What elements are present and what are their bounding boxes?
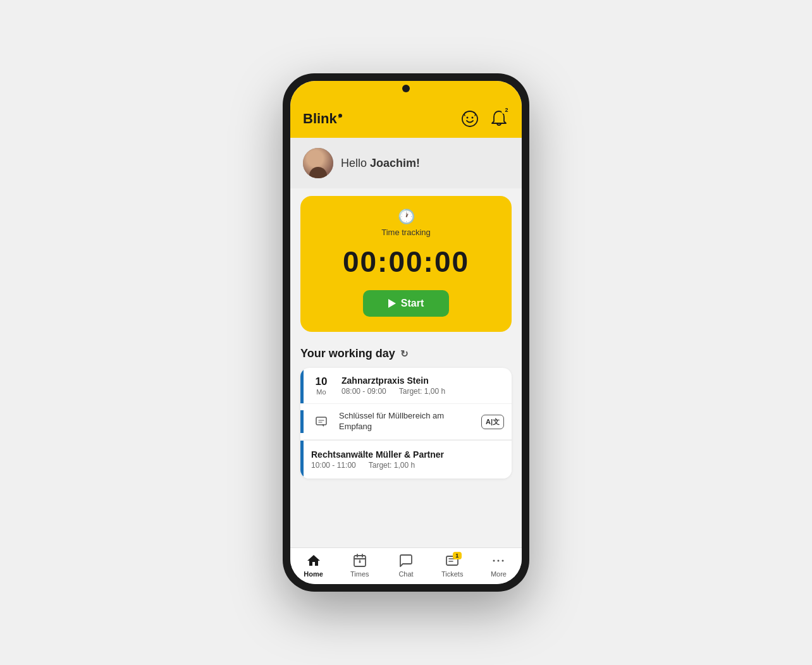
nav-more[interactable]: More [476,553,522,578]
svg-point-2 [472,117,474,119]
date-number: 10 [316,375,328,388]
schedule-info-1: Zahnarztpraxis Stein 08:00 - 09:00 Targe… [339,368,512,403]
phone-frame: Blink. [283,73,529,592]
nav-chat[interactable]: Chat [383,553,429,578]
schedule-info-2: Rechtsanwälte Müller & Partner 10:00 - 1… [304,441,512,479]
svg-rect-3 [316,417,326,425]
nav-tickets-label: Tickets [441,570,463,578]
svg-point-8 [498,560,500,562]
schedule-card: 10 Mo Zahnarztpraxis Stein 08:00 - 09:00… [300,368,512,479]
schedule-time-2: 10:00 - 11:00 Target: 1,00 h [311,461,504,470]
smiley-icon[interactable] [460,109,480,129]
message-subitem-bar [300,410,304,433]
chat-icon [398,553,414,568]
message-subitem: Schlüssel für Müllbereich am Empfang A|文 [300,404,512,440]
greeting-section: Hello Joachim! [290,138,522,188]
main-content: Hello Joachim! 🕐 Time tracking 00:00:00 … [290,138,522,547]
svg-point-1 [467,117,469,119]
nav-times[interactable]: Times [336,553,383,578]
phone-screen: Blink. [290,81,522,584]
app-header: Blink. [290,104,522,138]
time-display: 00:00:00 [311,245,501,279]
refresh-icon[interactable]: ↻ [400,348,409,360]
notification-badge: 2 [501,106,512,114]
nav-chat-label: Chat [398,570,413,578]
nav-home[interactable]: Home [290,553,336,578]
status-bar [290,81,522,104]
spacer [300,479,512,489]
greeting-text: Hello Joachim! [341,157,420,170]
date-day: Mo [316,388,326,396]
camera-notch [402,85,410,92]
schedule-title-1: Zahnarztpraxis Stein [341,375,507,386]
working-day-title: Your working day ↻ [300,347,512,360]
nav-times-label: Times [350,570,369,578]
working-day-section: Your working day ↻ 10 Mo Zahnarztpraxis … [290,339,522,494]
tickets-badge: 1 [453,552,462,559]
date-badge: 10 Mo [304,368,339,403]
svg-point-9 [502,560,504,562]
schedule-item-2: Rechtsanwälte Müller & Partner 10:00 - 1… [300,441,512,479]
user-avatar [303,148,333,178]
home-icon [306,553,321,568]
app-logo: Blink. [303,111,342,127]
translate-badge[interactable]: A|文 [481,415,504,429]
bottom-nav: Home Times Chat [290,547,522,584]
clock-icon: 🕐 [311,209,501,225]
times-icon [352,553,367,568]
start-button[interactable]: Start [363,290,449,317]
more-icon [491,553,506,568]
time-tracking-card: 🕐 Time tracking 00:00:00 Start [300,196,512,332]
message-text: Schlüssel für Müllbereich am Empfang [339,411,475,432]
nav-tickets[interactable]: 1 Tickets [429,553,476,578]
schedule-title-2: Rechtsanwälte Müller & Partner [311,449,504,460]
play-icon [388,299,396,308]
svg-point-7 [493,560,495,562]
user-name: Joachim! [370,157,420,169]
nav-more-label: More [491,570,507,578]
bell-icon[interactable]: 2 [489,109,509,129]
schedule-item-1: 10 Mo Zahnarztpraxis Stein 08:00 - 09:00… [300,368,512,404]
header-icons: 2 [460,109,509,129]
schedule-time-1: 08:00 - 09:00 Target: 1,00 h [341,387,507,396]
nav-home-label: Home [304,570,323,578]
time-tracking-label: Time tracking [311,228,501,237]
message-icon [310,410,333,433]
